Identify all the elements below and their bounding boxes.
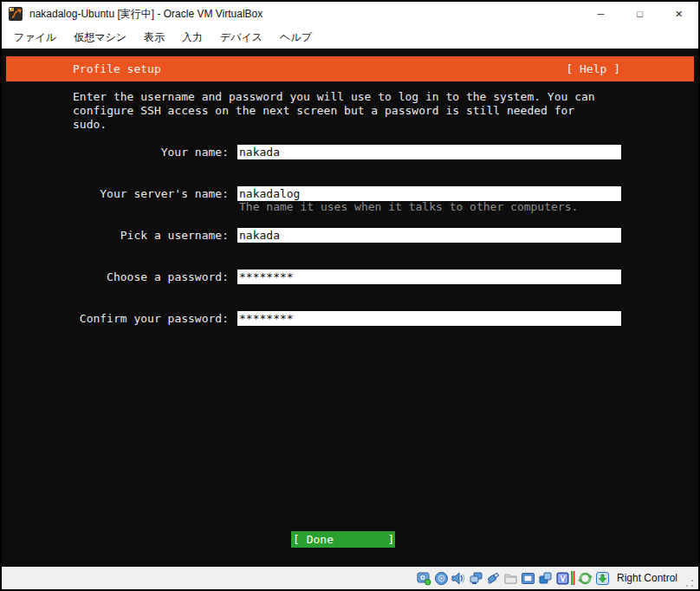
virtualbox-window: nakadalog-Ubuntu [実行中] - Oracle VM Virtu… [0, 0, 700, 591]
display-icon[interactable] [521, 571, 535, 586]
password-input[interactable]: ******** [237, 270, 621, 284]
svg-text:V: V [560, 575, 566, 582]
form-row-server-name: Your server's name: nakadalog [2, 186, 698, 201]
audio-icon[interactable] [451, 571, 466, 586]
intro-text: Enter the username and password you will… [73, 90, 645, 132]
intro-line: Enter the username and password you will… [73, 90, 645, 104]
minimize-button[interactable]: ─ [581, 2, 620, 26]
hard-disk-icon[interactable] [417, 571, 431, 586]
password-label: Choose a password: [73, 270, 229, 284]
menu-bar: ファイル 仮想マシン 表示 入力 デバイス ヘルプ [2, 26, 698, 49]
confirm-password-input[interactable]: ******** [237, 311, 621, 326]
server-name-input[interactable]: nakadalog [237, 186, 621, 201]
menu-file[interactable]: ファイル [5, 27, 65, 49]
menu-help[interactable]: ヘルプ [271, 27, 321, 49]
optical-disk-icon[interactable] [434, 571, 449, 586]
title-bar: nakadalog-Ubuntu [実行中] - Oracle VM Virtu… [2, 2, 698, 26]
server-name-label: Your server's name: [73, 186, 229, 201]
help-button[interactable]: [ Help ] [566, 62, 620, 75]
server-name-help: The name it uses when it talks to other … [239, 200, 578, 214]
maximize-button[interactable]: □ [620, 2, 659, 26]
menu-view[interactable]: 表示 [135, 27, 173, 49]
shared-folders-icon[interactable] [503, 571, 518, 586]
username-input[interactable]: nakada [237, 228, 621, 243]
recording-icon[interactable] [538, 571, 553, 586]
confirm-password-label: Confirm your password: [73, 311, 229, 326]
host-key-label: Right Control [617, 572, 677, 584]
status-bar: V Right Control [2, 567, 698, 589]
form-row-confirm-password: Confirm your password: ******** [2, 311, 698, 326]
close-button[interactable]: ✕ [659, 2, 698, 26]
done-button[interactable]: [ Done ] [291, 531, 395, 548]
cpu-load-indicator [571, 571, 575, 585]
form-row-your-name: Your name: nakada [2, 145, 698, 159]
mouse-integration-icon[interactable] [578, 571, 593, 586]
menu-input[interactable]: 入力 [173, 27, 211, 49]
username-label: Pick a username: [73, 228, 229, 243]
form-row-password: Choose a password: ******** [2, 270, 698, 284]
menu-machine[interactable]: 仮想マシン [65, 27, 135, 49]
network-icon[interactable] [469, 571, 483, 586]
your-name-input[interactable]: nakada [237, 145, 621, 159]
virtualbox-vm-icon [9, 7, 24, 21]
window-title: nakadalog-Ubuntu [実行中] - Oracle VM Virtu… [29, 7, 581, 22]
installer-header: Profile setup [ Help ] [6, 56, 694, 81]
vm-display: Profile setup [ Help ] Enter the usernam… [2, 49, 698, 567]
intro-line: configure SSH access on the next screen … [73, 104, 645, 118]
window-controls: ─ □ ✕ [581, 2, 698, 26]
intro-line: sudo. [73, 118, 645, 132]
your-name-label: Your name: [73, 145, 229, 159]
features-icon[interactable]: V [555, 571, 570, 586]
form-row-username: Pick a username: nakada [2, 228, 698, 243]
menu-devices[interactable]: デバイス [211, 27, 271, 49]
keyboard-capture-icon[interactable] [595, 571, 610, 586]
page-title: Profile setup [73, 62, 161, 75]
resize-grip[interactable] [685, 579, 694, 588]
usb-icon[interactable] [486, 571, 501, 586]
